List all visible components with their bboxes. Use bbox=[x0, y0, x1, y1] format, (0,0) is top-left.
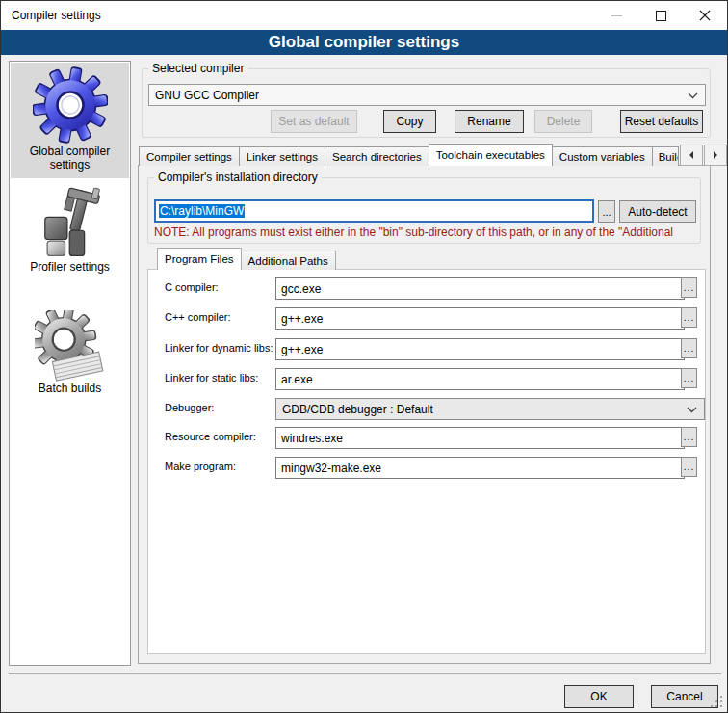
browse-button[interactable]: ... bbox=[681, 457, 697, 477]
installation-directory-input[interactable]: C:\raylib\MinGW bbox=[154, 199, 594, 223]
dynamic-linker-label: Linker for dynamic libs: bbox=[165, 338, 273, 358]
close-button[interactable] bbox=[683, 1, 727, 30]
make-program-input[interactable]: mingw32-make.exe bbox=[275, 457, 685, 479]
sidebar-item-global-compiler-settings[interactable]: Global compiler settings bbox=[11, 63, 129, 178]
group-label: Compiler's installation directory bbox=[154, 171, 322, 184]
chevron-down-icon bbox=[687, 407, 697, 413]
sidebar-item-label: Batch builds bbox=[20, 382, 120, 395]
resource-compiler-input[interactable]: windres.exe bbox=[275, 427, 685, 449]
field-row: Linker for dynamic libs: g++.exe ... bbox=[148, 338, 705, 358]
close-icon bbox=[699, 10, 711, 21]
maximize-button[interactable] bbox=[638, 1, 683, 30]
settings-tab-bar: Compiler settings Linker settings Search… bbox=[139, 144, 679, 166]
browse-directory-button[interactable]: ... bbox=[598, 200, 615, 223]
field-row: C++ compiler: g++.exe ... bbox=[148, 307, 705, 328]
toolchain-executables-panel: Compiler's installation directory C:\ray… bbox=[138, 165, 711, 664]
sidebar-item-label: Global compiler settings bbox=[20, 145, 120, 172]
batch-builds-icon bbox=[35, 310, 106, 382]
compiler-select-value: GNU GCC Compiler bbox=[155, 89, 259, 102]
cancel-button[interactable]: Cancel bbox=[651, 685, 718, 708]
page-title: Global compiler settings bbox=[269, 33, 459, 52]
ok-button[interactable]: OK bbox=[564, 685, 634, 708]
tab-compiler-settings[interactable]: Compiler settings bbox=[139, 146, 240, 166]
resize-grip[interactable] bbox=[720, 705, 722, 707]
compiler-settings-dialog: Compiler settings Global compiler settin… bbox=[0, 0, 728, 713]
cpp-compiler-label: C++ compiler: bbox=[165, 307, 230, 328]
field-row: Resource compiler: windres.exe ... bbox=[148, 427, 705, 447]
set-as-default-button[interactable]: Set as default bbox=[271, 110, 357, 133]
program-files-panel: C compiler: gcc.exe ... C++ compiler: g+… bbox=[147, 269, 706, 654]
chevron-down-icon bbox=[688, 92, 698, 99]
debugger-label: Debugger: bbox=[165, 398, 214, 418]
copy-button[interactable]: Copy bbox=[383, 110, 436, 133]
c-compiler-label: C compiler: bbox=[165, 277, 219, 298]
browse-button[interactable]: ... bbox=[681, 338, 697, 358]
selected-path-text: C:\raylib\MinGW bbox=[159, 204, 245, 218]
tab-scroll-right-button[interactable] bbox=[704, 145, 727, 166]
dialog-header: Global compiler settings bbox=[1, 30, 727, 55]
static-linker-label: Linker for static libs: bbox=[165, 368, 258, 388]
browse-button[interactable]: ... bbox=[681, 427, 697, 447]
delete-button[interactable]: Delete bbox=[534, 110, 592, 133]
maximize-icon bbox=[656, 11, 666, 21]
field-row: C compiler: gcc.exe ... bbox=[148, 277, 705, 298]
programs-tab-bar: Program Files Additional Paths bbox=[157, 249, 336, 270]
browse-button[interactable]: ... bbox=[681, 307, 697, 328]
browse-button[interactable]: ... bbox=[681, 368, 697, 388]
reset-defaults-button[interactable]: Reset defaults bbox=[620, 110, 703, 133]
subtab-additional-paths[interactable]: Additional Paths bbox=[241, 251, 336, 270]
compiler-select[interactable]: GNU GCC Compiler bbox=[148, 84, 706, 106]
static-linker-input[interactable]: ar.exe bbox=[275, 368, 685, 390]
tab-build-options-truncated[interactable]: Builc bbox=[652, 146, 679, 166]
resource-compiler-label: Resource compiler: bbox=[165, 427, 256, 447]
tab-linker-settings[interactable]: Linker settings bbox=[239, 146, 325, 166]
minimize-button[interactable] bbox=[594, 1, 638, 30]
field-row: Linker for static libs: ar.exe ... bbox=[148, 368, 705, 388]
field-row: Make program: mingw32-make.exe ... bbox=[148, 457, 705, 477]
tab-toolchain-executables[interactable]: Toolchain executables bbox=[429, 144, 553, 166]
tab-scroll-left-button[interactable] bbox=[680, 145, 703, 166]
debugger-select[interactable]: GDB/CDB debugger : Default bbox=[275, 398, 705, 420]
dynamic-linker-input[interactable]: g++.exe bbox=[275, 338, 685, 360]
title-bar: Compiler settings bbox=[1, 1, 727, 30]
browse-button[interactable]: ... bbox=[681, 277, 697, 298]
footer-separator bbox=[9, 673, 721, 674]
sidebar-item-batch-builds[interactable]: Batch builds bbox=[11, 306, 129, 407]
window-title: Compiler settings bbox=[12, 9, 101, 22]
selected-compiler-group: Selected compiler GNU GCC Compiler Set a… bbox=[142, 68, 711, 138]
blue-gear-icon bbox=[33, 66, 108, 145]
debugger-select-value: GDB/CDB debugger : Default bbox=[282, 403, 433, 416]
arrow-right-icon bbox=[713, 151, 718, 159]
cpp-compiler-input[interactable]: g++.exe bbox=[275, 307, 685, 330]
minimize-icon bbox=[611, 15, 622, 16]
installation-directory-group: Compiler's installation directory C:\ray… bbox=[147, 177, 701, 244]
settings-sidebar: Global compiler settings Profiler settin… bbox=[9, 61, 131, 666]
sidebar-item-profiler-settings[interactable]: Profiler settings bbox=[11, 181, 129, 289]
rename-button[interactable]: Rename bbox=[455, 110, 524, 133]
group-label: Selected compiler bbox=[148, 62, 247, 75]
c-compiler-input[interactable]: gcc.exe bbox=[275, 277, 685, 300]
field-row: Debugger: GDB/CDB debugger : Default bbox=[148, 398, 705, 418]
profiler-caliper-icon bbox=[35, 183, 106, 260]
tab-custom-variables[interactable]: Custom variables bbox=[552, 146, 653, 166]
sidebar-item-label: Profiler settings bbox=[20, 260, 120, 274]
bin-subdirectory-note: NOTE: All programs must exist either in … bbox=[154, 225, 696, 239]
tab-search-directories[interactable]: Search directories bbox=[325, 146, 429, 166]
subtab-program-files[interactable]: Program Files bbox=[157, 248, 242, 270]
arrow-left-icon bbox=[689, 151, 694, 159]
auto-detect-button[interactable]: Auto-detect bbox=[619, 200, 696, 223]
make-program-label: Make program: bbox=[165, 457, 236, 477]
